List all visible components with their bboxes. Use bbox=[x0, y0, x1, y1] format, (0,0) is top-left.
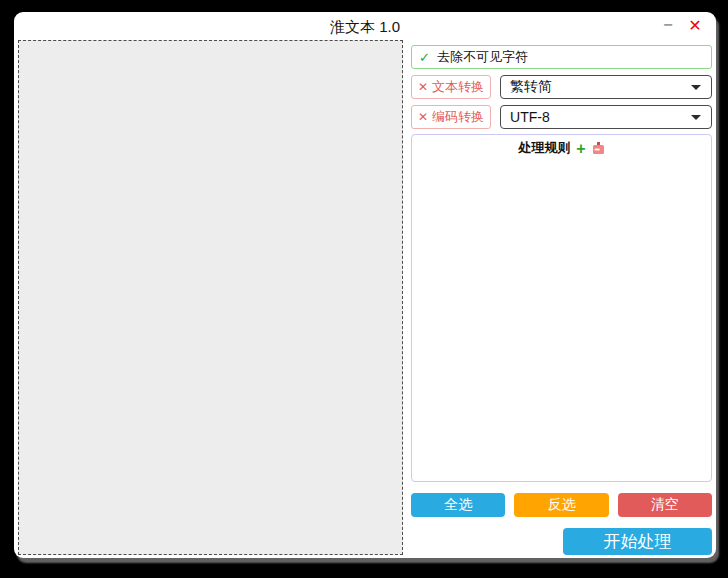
option-encoding-convert[interactable]: ✕ 编码转换 bbox=[411, 105, 491, 129]
encoding-convert-selected-value: UTF-8 bbox=[510, 109, 550, 125]
brush-icon bbox=[592, 142, 605, 155]
chevron-down-icon bbox=[691, 85, 701, 90]
window-title: 淮文本 1.0 bbox=[14, 18, 716, 37]
clear-selection-button[interactable]: 清空 bbox=[618, 493, 712, 517]
rules-list[interactable]: 处理规则 + bbox=[411, 134, 712, 482]
start-row: 开始处理 bbox=[411, 528, 712, 555]
option-text-convert[interactable]: ✕ 文本转换 bbox=[411, 75, 491, 99]
option-remove-invisible[interactable]: ✓ 去除不可见字符 bbox=[411, 45, 712, 69]
option-encoding-convert-label: 编码转换 bbox=[432, 108, 484, 126]
settings-panel: ✓ 去除不可见字符 ✕ 文本转换 繁转简 ✕ 编码转换 UTF-8 bbox=[411, 45, 712, 555]
minimize-button[interactable]: − bbox=[658, 15, 678, 37]
app-window: 淮文本 1.0 − ✕ ✓ 去除不可见字符 ✕ 文本转换 繁转简 ✕ 编码转换 bbox=[14, 12, 716, 558]
text-convert-select[interactable]: 繁转简 bbox=[500, 75, 712, 99]
close-button[interactable]: ✕ bbox=[684, 15, 706, 37]
option-remove-invisible-label: 去除不可见字符 bbox=[437, 48, 528, 66]
chevron-down-icon bbox=[691, 115, 701, 120]
start-processing-button[interactable]: 开始处理 bbox=[563, 528, 712, 555]
select-all-button[interactable]: 全选 bbox=[411, 493, 505, 517]
file-drop-area[interactable] bbox=[18, 40, 403, 555]
x-icon: ✕ bbox=[418, 80, 428, 94]
clear-rules-button[interactable] bbox=[592, 142, 605, 155]
rules-title: 处理规则 bbox=[518, 139, 570, 157]
check-icon: ✓ bbox=[419, 50, 430, 65]
titlebar: 淮文本 1.0 − ✕ bbox=[14, 12, 716, 40]
encoding-convert-select[interactable]: UTF-8 bbox=[500, 105, 712, 129]
x-icon: ✕ bbox=[418, 110, 428, 124]
text-convert-row: ✕ 文本转换 繁转简 bbox=[411, 75, 712, 99]
text-convert-selected-value: 繁转简 bbox=[510, 78, 552, 96]
invert-selection-button[interactable]: 反选 bbox=[514, 493, 608, 517]
rules-header: 处理规则 + bbox=[412, 139, 711, 157]
add-rule-button[interactable]: + bbox=[576, 142, 585, 155]
encoding-convert-row: ✕ 编码转换 UTF-8 bbox=[411, 105, 712, 129]
option-text-convert-label: 文本转换 bbox=[432, 78, 484, 96]
selection-actions: 全选 反选 清空 bbox=[411, 493, 712, 517]
